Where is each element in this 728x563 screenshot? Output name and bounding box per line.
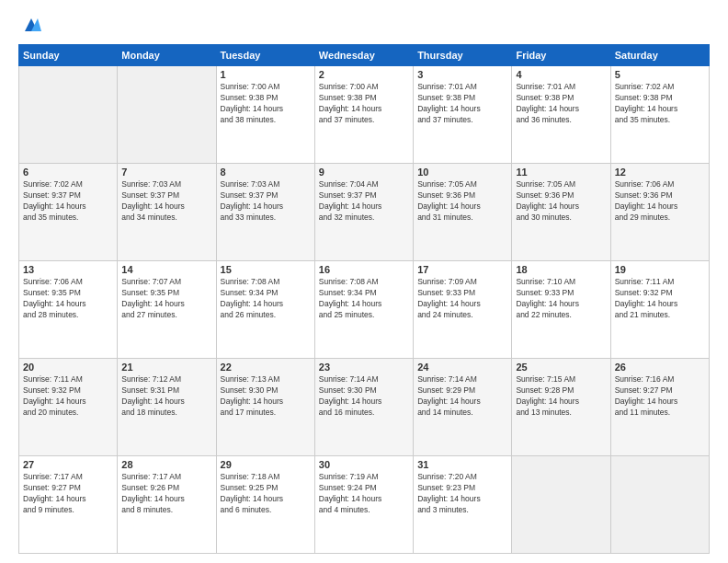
day-number: 27 xyxy=(23,459,113,470)
calendar-day-cell: 31Sunrise: 7:20 AMSunset: 9:23 PMDayligh… xyxy=(414,456,512,554)
day-info: Sunrise: 7:10 AMSunset: 9:33 PMDaylight:… xyxy=(516,277,606,321)
calendar-day-cell: 15Sunrise: 7:08 AMSunset: 9:34 PMDayligh… xyxy=(216,261,314,359)
day-number: 12 xyxy=(615,167,705,178)
day-number: 7 xyxy=(121,167,211,178)
day-number: 4 xyxy=(516,69,606,80)
day-number: 20 xyxy=(23,362,113,373)
day-number: 23 xyxy=(319,362,409,373)
calendar-day-cell: 19Sunrise: 7:11 AMSunset: 9:32 PMDayligh… xyxy=(610,261,709,359)
calendar: SundayMondayTuesdayWednesdayThursdayFrid… xyxy=(18,44,710,554)
calendar-week-row: 27Sunrise: 7:17 AMSunset: 9:27 PMDayligh… xyxy=(19,456,710,554)
day-number: 10 xyxy=(417,167,507,178)
calendar-day-cell: 8Sunrise: 7:03 AMSunset: 9:37 PMDaylight… xyxy=(216,164,314,261)
calendar-day-cell: 28Sunrise: 7:17 AMSunset: 9:26 PMDayligh… xyxy=(118,456,216,554)
logo-icon xyxy=(21,15,41,35)
calendar-header-monday: Monday xyxy=(118,45,216,66)
calendar-week-row: 1Sunrise: 7:00 AMSunset: 9:38 PMDaylight… xyxy=(19,66,710,164)
calendar-header-thursday: Thursday xyxy=(414,45,512,66)
day-info: Sunrise: 7:15 AMSunset: 9:28 PMDaylight:… xyxy=(516,374,606,419)
day-number: 14 xyxy=(121,264,211,275)
day-number: 29 xyxy=(221,459,311,470)
calendar-header-row: SundayMondayTuesdayWednesdayThursdayFrid… xyxy=(19,45,710,66)
calendar-day-cell: 10Sunrise: 7:05 AMSunset: 9:36 PMDayligh… xyxy=(414,164,512,261)
calendar-day-cell: 29Sunrise: 7:18 AMSunset: 9:25 PMDayligh… xyxy=(216,456,314,554)
day-number: 11 xyxy=(516,167,606,178)
day-number: 9 xyxy=(319,167,409,178)
calendar-day-cell: 26Sunrise: 7:16 AMSunset: 9:27 PMDayligh… xyxy=(610,359,709,456)
calendar-day-cell: 18Sunrise: 7:10 AMSunset: 9:33 PMDayligh… xyxy=(512,261,610,359)
calendar-header-saturday: Saturday xyxy=(610,45,709,66)
calendar-day-cell: 21Sunrise: 7:12 AMSunset: 9:31 PMDayligh… xyxy=(118,359,216,456)
day-info: Sunrise: 7:14 AMSunset: 9:30 PMDaylight:… xyxy=(319,374,409,419)
calendar-day-cell: 3Sunrise: 7:01 AMSunset: 9:38 PMDaylight… xyxy=(414,66,512,164)
day-info: Sunrise: 7:16 AMSunset: 9:27 PMDaylight:… xyxy=(615,374,705,419)
day-number: 31 xyxy=(417,459,507,470)
day-info: Sunrise: 7:08 AMSunset: 9:34 PMDaylight:… xyxy=(221,277,311,321)
calendar-day-cell: 11Sunrise: 7:05 AMSunset: 9:36 PMDayligh… xyxy=(512,164,610,261)
day-info: Sunrise: 7:03 AMSunset: 9:37 PMDaylight:… xyxy=(221,179,311,224)
day-info: Sunrise: 7:04 AMSunset: 9:37 PMDaylight:… xyxy=(319,179,409,224)
day-number: 1 xyxy=(221,69,311,80)
calendar-day-cell: 1Sunrise: 7:00 AMSunset: 9:38 PMDaylight… xyxy=(216,66,314,164)
day-info: Sunrise: 7:18 AMSunset: 9:25 PMDaylight:… xyxy=(221,472,311,516)
calendar-day-cell: 5Sunrise: 7:02 AMSunset: 9:38 PMDaylight… xyxy=(610,66,709,164)
page: SundayMondayTuesdayWednesdayThursdayFrid… xyxy=(0,0,728,563)
calendar-day-cell: 24Sunrise: 7:14 AMSunset: 9:29 PMDayligh… xyxy=(414,359,512,456)
calendar-day-cell xyxy=(118,66,216,164)
calendar-day-cell: 7Sunrise: 7:03 AMSunset: 9:37 PMDaylight… xyxy=(118,164,216,261)
day-info: Sunrise: 7:17 AMSunset: 9:26 PMDaylight:… xyxy=(121,472,211,516)
day-info: Sunrise: 7:07 AMSunset: 9:35 PMDaylight:… xyxy=(121,277,211,321)
calendar-day-cell xyxy=(512,456,610,554)
day-info: Sunrise: 7:08 AMSunset: 9:34 PMDaylight:… xyxy=(319,277,409,321)
day-info: Sunrise: 7:01 AMSunset: 9:38 PMDaylight:… xyxy=(417,82,507,126)
calendar-day-cell: 13Sunrise: 7:06 AMSunset: 9:35 PMDayligh… xyxy=(19,261,118,359)
calendar-header-sunday: Sunday xyxy=(19,45,118,66)
calendar-week-row: 13Sunrise: 7:06 AMSunset: 9:35 PMDayligh… xyxy=(19,261,710,359)
day-info: Sunrise: 7:05 AMSunset: 9:36 PMDaylight:… xyxy=(516,179,606,224)
day-info: Sunrise: 7:06 AMSunset: 9:36 PMDaylight:… xyxy=(615,179,705,224)
day-number: 2 xyxy=(319,69,409,80)
day-number: 17 xyxy=(417,264,507,275)
day-info: Sunrise: 7:03 AMSunset: 9:37 PMDaylight:… xyxy=(121,179,211,224)
calendar-day-cell: 16Sunrise: 7:08 AMSunset: 9:34 PMDayligh… xyxy=(314,261,413,359)
day-info: Sunrise: 7:02 AMSunset: 9:38 PMDaylight:… xyxy=(615,82,705,126)
calendar-day-cell: 6Sunrise: 7:02 AMSunset: 9:37 PMDaylight… xyxy=(19,164,118,261)
day-number: 25 xyxy=(516,362,606,373)
calendar-day-cell: 27Sunrise: 7:17 AMSunset: 9:27 PMDayligh… xyxy=(19,456,118,554)
day-number: 5 xyxy=(615,69,705,80)
day-number: 24 xyxy=(417,362,507,373)
day-info: Sunrise: 7:06 AMSunset: 9:35 PMDaylight:… xyxy=(23,277,113,321)
day-number: 15 xyxy=(221,264,311,275)
calendar-day-cell xyxy=(19,66,118,164)
calendar-header-tuesday: Tuesday xyxy=(216,45,314,66)
calendar-day-cell xyxy=(610,456,709,554)
calendar-day-cell: 23Sunrise: 7:14 AMSunset: 9:30 PMDayligh… xyxy=(314,359,413,456)
day-info: Sunrise: 7:13 AMSunset: 9:30 PMDaylight:… xyxy=(221,374,311,419)
day-number: 16 xyxy=(319,264,409,275)
day-number: 13 xyxy=(23,264,113,275)
calendar-day-cell: 9Sunrise: 7:04 AMSunset: 9:37 PMDaylight… xyxy=(314,164,413,261)
calendar-day-cell: 2Sunrise: 7:00 AMSunset: 9:38 PMDaylight… xyxy=(314,66,413,164)
day-number: 19 xyxy=(615,264,705,275)
calendar-week-row: 20Sunrise: 7:11 AMSunset: 9:32 PMDayligh… xyxy=(19,359,710,456)
day-number: 30 xyxy=(319,459,409,470)
header xyxy=(18,15,710,35)
calendar-day-cell: 30Sunrise: 7:19 AMSunset: 9:24 PMDayligh… xyxy=(314,456,413,554)
day-info: Sunrise: 7:11 AMSunset: 9:32 PMDaylight:… xyxy=(615,277,705,321)
day-number: 22 xyxy=(221,362,311,373)
day-info: Sunrise: 7:05 AMSunset: 9:36 PMDaylight:… xyxy=(417,179,507,224)
day-number: 6 xyxy=(23,167,113,178)
calendar-day-cell: 12Sunrise: 7:06 AMSunset: 9:36 PMDayligh… xyxy=(610,164,709,261)
day-info: Sunrise: 7:17 AMSunset: 9:27 PMDaylight:… xyxy=(23,472,113,516)
day-info: Sunrise: 7:01 AMSunset: 9:38 PMDaylight:… xyxy=(516,82,606,126)
day-info: Sunrise: 7:09 AMSunset: 9:33 PMDaylight:… xyxy=(417,277,507,321)
day-number: 21 xyxy=(121,362,211,373)
day-info: Sunrise: 7:19 AMSunset: 9:24 PMDaylight:… xyxy=(319,472,409,516)
day-info: Sunrise: 7:02 AMSunset: 9:37 PMDaylight:… xyxy=(23,179,113,224)
day-number: 26 xyxy=(615,362,705,373)
day-number: 28 xyxy=(121,459,211,470)
calendar-header-wednesday: Wednesday xyxy=(314,45,413,66)
calendar-day-cell: 20Sunrise: 7:11 AMSunset: 9:32 PMDayligh… xyxy=(19,359,118,456)
day-number: 18 xyxy=(516,264,606,275)
calendar-day-cell: 4Sunrise: 7:01 AMSunset: 9:38 PMDaylight… xyxy=(512,66,610,164)
